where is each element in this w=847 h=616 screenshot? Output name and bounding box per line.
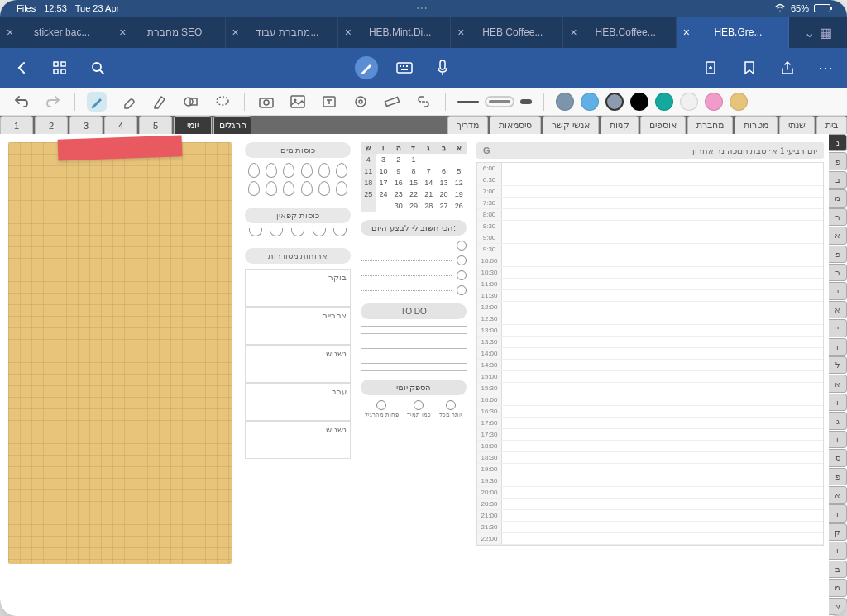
document-tab[interactable]: ×HEB.Coffee... xyxy=(563,17,676,48)
document-tab[interactable]: ×מחברת SEO xyxy=(112,17,225,48)
review-option[interactable] xyxy=(446,400,456,410)
ruler-icon[interactable] xyxy=(382,92,402,112)
tape-tool-icon[interactable] xyxy=(351,92,371,112)
page-number-tab[interactable]: 3 xyxy=(69,116,103,134)
back-icon[interactable] xyxy=(10,56,33,79)
chevron-down-icon[interactable]: ⌄ xyxy=(804,25,815,41)
month-side-tab[interactable]: י xyxy=(829,319,847,337)
multitask-dots[interactable]: ⋯ xyxy=(416,2,431,15)
mic-icon[interactable] xyxy=(431,56,454,79)
month-side-tab[interactable]: ר xyxy=(829,208,847,226)
month-side-tab[interactable]: ל xyxy=(829,356,847,374)
close-tab-icon[interactable]: × xyxy=(345,26,352,39)
color-swatch[interactable] xyxy=(730,93,748,111)
color-swatch[interactable] xyxy=(556,93,574,111)
document-tab[interactable]: ×HEB Coffee... xyxy=(451,17,563,48)
color-swatch[interactable] xyxy=(680,93,698,111)
review-option[interactable] xyxy=(414,400,424,410)
lasso-icon[interactable] xyxy=(213,92,232,112)
document-tab[interactable]: ×HEB.Gre... xyxy=(677,17,789,48)
month-side-tab[interactable]: ו xyxy=(829,431,847,448)
color-swatch[interactable] xyxy=(605,93,624,111)
section-tab[interactable]: קניות xyxy=(601,116,639,134)
view-tab[interactable]: יומי xyxy=(174,116,212,134)
camera-icon[interactable] xyxy=(256,92,276,112)
meal-slot[interactable]: נשנוש xyxy=(245,345,351,383)
priority-check[interactable] xyxy=(457,270,467,280)
page-number-tab[interactable]: 5 xyxy=(139,116,172,134)
section-tab[interactable]: סיסמאות xyxy=(490,116,541,134)
mini-calendar[interactable]: שוהדגבא432111109876518171615141312252423… xyxy=(361,142,467,212)
page-number-tab[interactable]: 2 xyxy=(35,116,68,134)
section-tab[interactable]: בית xyxy=(816,116,847,134)
view-tab[interactable]: הרגלים xyxy=(213,116,251,134)
stroke-width-option[interactable] xyxy=(489,100,510,103)
image-icon[interactable] xyxy=(288,92,308,112)
bookmark-icon[interactable] xyxy=(738,56,761,79)
month-side-tab[interactable]: ו xyxy=(829,504,847,522)
priority-check[interactable] xyxy=(457,285,467,295)
meal-slot[interactable]: בוקר xyxy=(245,269,351,307)
review-option[interactable] xyxy=(376,400,386,410)
close-tab-icon[interactable]: × xyxy=(232,26,239,39)
month-side-tab[interactable]: א xyxy=(829,301,847,318)
schedule-grid[interactable]: 6:006:307:007:308:008:309:009:3010:0010:… xyxy=(476,162,824,546)
month-side-tab[interactable]: א xyxy=(829,227,847,244)
month-side-tab[interactable]: א xyxy=(829,375,847,392)
month-side-tab[interactable]: פ xyxy=(829,246,847,263)
document-tab[interactable]: ×מחברת עבוד... xyxy=(226,17,338,48)
month-side-tab[interactable]: ו xyxy=(829,394,847,411)
month-side-tab[interactable]: ג xyxy=(829,412,847,429)
color-swatch[interactable] xyxy=(581,93,599,111)
month-side-tab[interactable]: א xyxy=(829,486,847,504)
grid-notepad[interactable] xyxy=(8,142,232,564)
pen-mode-icon[interactable] xyxy=(355,56,378,79)
month-side-tab[interactable]: פ xyxy=(829,152,847,170)
close-tab-icon[interactable]: × xyxy=(457,26,464,39)
month-side-tab[interactable]: י xyxy=(829,282,847,299)
page-number-tab[interactable]: 4 xyxy=(104,116,137,134)
close-tab-icon[interactable]: × xyxy=(119,26,126,39)
document-tab[interactable]: ×HEB.Mint.Di... xyxy=(338,17,451,48)
meal-slot[interactable]: ערב xyxy=(245,383,351,421)
month-side-tab[interactable]: ק xyxy=(829,523,847,541)
month-side-tab[interactable]: ו xyxy=(829,338,847,356)
color-swatch[interactable] xyxy=(705,93,723,111)
files-label[interactable]: Files xyxy=(17,3,36,13)
priority-check[interactable] xyxy=(457,255,467,265)
stroke-width-option[interactable] xyxy=(520,99,532,104)
section-tab[interactable]: שנתי xyxy=(779,116,815,134)
color-swatch[interactable] xyxy=(655,93,673,111)
color-swatch[interactable] xyxy=(630,93,648,111)
document-tab[interactable]: ×sticker bac... xyxy=(0,17,112,48)
grid-icon[interactable] xyxy=(48,56,71,79)
tab-grid-icon[interactable]: ▦ xyxy=(820,25,832,41)
month-side-tab[interactable]: פ xyxy=(829,468,847,485)
month-side-tab[interactable]: נ xyxy=(829,134,847,151)
highlighter-icon[interactable] xyxy=(150,92,170,112)
month-side-tab[interactable]: מ xyxy=(829,189,847,207)
text-icon[interactable] xyxy=(319,92,339,112)
search-icon[interactable] xyxy=(86,56,109,79)
keyboard-icon[interactable] xyxy=(393,56,416,79)
meal-slot[interactable]: נשנוש xyxy=(245,421,351,459)
link-icon[interactable] xyxy=(414,92,433,112)
month-side-tab[interactable]: ו xyxy=(829,542,847,559)
close-tab-icon[interactable]: × xyxy=(683,26,690,39)
page-number-tab[interactable]: 1 xyxy=(0,116,33,134)
shape-icon[interactable] xyxy=(181,92,201,112)
add-page-icon[interactable] xyxy=(700,56,723,79)
month-side-tab[interactable]: ר xyxy=(829,264,847,281)
section-tab[interactable]: מחברת xyxy=(687,116,733,134)
stroke-width-option[interactable] xyxy=(457,101,479,103)
section-tab[interactable]: מדריך xyxy=(447,116,488,134)
section-tab[interactable]: מטרות xyxy=(735,116,778,134)
google-icon[interactable]: G xyxy=(483,146,490,155)
month-side-tab[interactable]: ב xyxy=(829,561,847,578)
month-side-tab[interactable]: ב xyxy=(829,171,847,189)
redo-icon[interactable] xyxy=(43,92,63,112)
close-tab-icon[interactable]: × xyxy=(7,26,13,39)
share-icon[interactable] xyxy=(776,56,799,79)
month-side-tab[interactable]: מ xyxy=(829,579,847,596)
section-tab[interactable]: אנשי קשר xyxy=(543,116,599,134)
